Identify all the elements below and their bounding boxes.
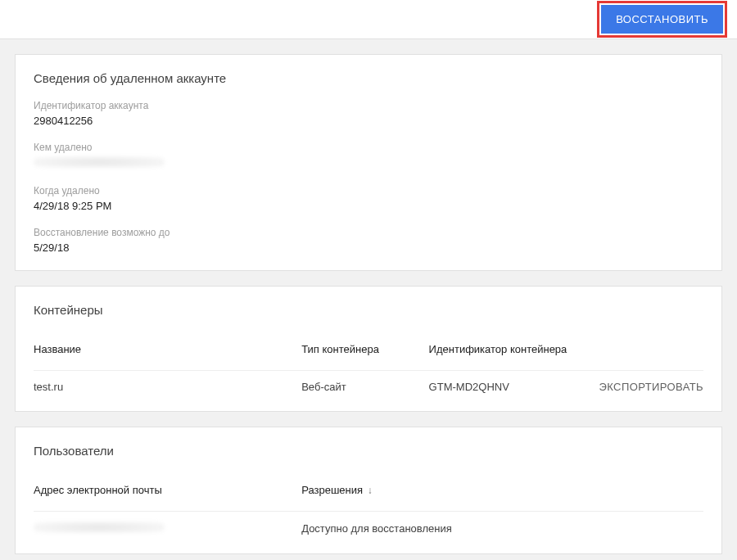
users-title: Пользователи [34, 444, 703, 458]
field-recover-until: Восстановление возможно до 5/29/18 [34, 227, 703, 254]
table-row[interactable]: Доступно для восстановления [34, 512, 703, 546]
value-deleted-by [34, 156, 703, 170]
label-account-id: Идентификатор аккаунта [34, 100, 703, 111]
users-header-permissions[interactable]: Разрешения ↓ [301, 477, 703, 512]
containers-table: Название Тип контейнера Идентификатор ко… [34, 336, 703, 403]
restore-button[interactable]: ВОССТАНОВИТЬ [601, 5, 723, 34]
user-permission: Доступно для восстановления [301, 512, 703, 546]
field-deleted-at: Когда удалено 4/29/18 9:25 PM [34, 185, 703, 212]
redacted-user-email [34, 522, 165, 533]
label-deleted-by: Кем удалено [34, 142, 703, 153]
users-table: Адрес электронной почты Разрешения ↓ Дос… [34, 477, 703, 545]
field-deleted-by: Кем удалено [34, 142, 703, 170]
containers-header-id[interactable]: Идентификатор контейнера [429, 336, 576, 371]
label-recover-until: Восстановление возможно до [34, 227, 703, 238]
container-type: Веб-сайт [301, 371, 428, 404]
value-deleted-at: 4/29/18 9:25 PM [34, 200, 703, 212]
redacted-deleted-by [34, 156, 165, 168]
container-id: GTM-MD2QHNV [429, 371, 576, 404]
account-card-title: Сведения об удаленном аккаунте [34, 71, 703, 85]
value-account-id: 2980412256 [34, 115, 703, 127]
page-content: Сведения об удаленном аккаунте Идентифик… [0, 39, 737, 560]
export-button[interactable]: ЭКСПОРТИРОВАТЬ [599, 381, 703, 393]
label-deleted-at: Когда удалено [34, 185, 703, 196]
field-account-id: Идентификатор аккаунта 2980412256 [34, 100, 703, 127]
users-header-email[interactable]: Адрес электронной почты [34, 477, 301, 512]
value-recover-until: 5/29/18 [34, 242, 703, 254]
sort-down-icon: ↓ [368, 485, 373, 496]
container-name: test.ru [34, 371, 301, 404]
table-row[interactable]: test.ru Веб-сайт GTM-MD2QHNV ЭКСПОРТИРОВ… [34, 371, 703, 404]
restore-highlight: ВОССТАНОВИТЬ [597, 1, 727, 38]
containers-card: Контейнеры Название Тип контейнера Идент… [15, 286, 722, 412]
containers-header-type[interactable]: Тип контейнера [301, 336, 428, 371]
containers-header-name[interactable]: Название [34, 336, 301, 371]
users-header-permissions-label: Разрешения [301, 484, 363, 496]
containers-header-action [576, 336, 703, 371]
top-bar: ВОССТАНОВИТЬ [0, 0, 737, 39]
user-email [34, 512, 301, 546]
account-details-card: Сведения об удаленном аккаунте Идентифик… [15, 54, 722, 271]
containers-title: Контейнеры [34, 303, 703, 317]
users-card: Пользователи Адрес электронной почты Раз… [15, 427, 722, 554]
